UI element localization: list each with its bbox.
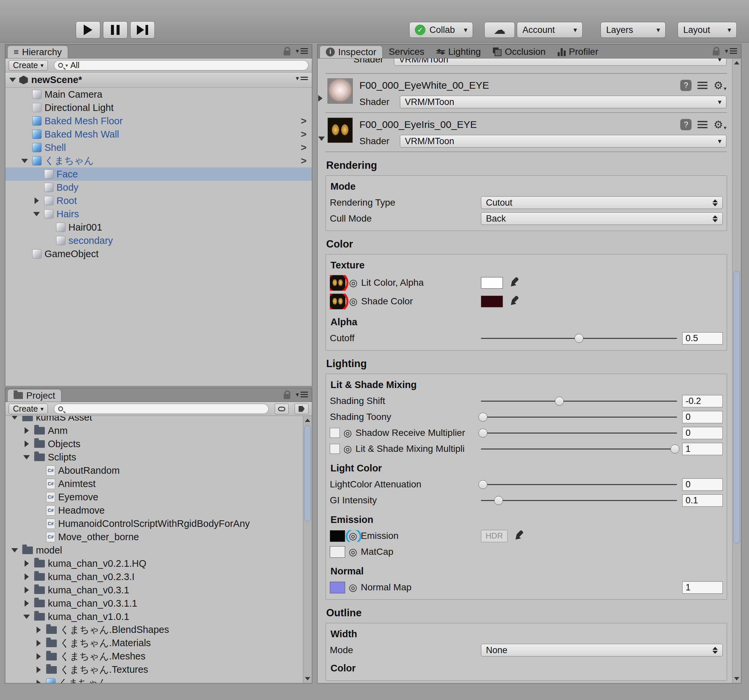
project-item-textures[interactable]: くまちゃん.Textures <box>5 663 312 676</box>
gear-icon[interactable]: ⚙▾ <box>714 79 726 92</box>
normal-map-swatch[interactable] <box>330 582 345 593</box>
help-icon[interactable]: ? <box>680 80 691 91</box>
collapse-arrow[interactable] <box>37 680 41 683</box>
outline-mode-dropdown[interactable]: None <box>481 644 723 656</box>
hierarchy-item-shell[interactable]: Shell > <box>5 141 312 154</box>
lock-icon[interactable] <box>713 50 720 55</box>
target-icon[interactable]: ◎ <box>349 278 358 288</box>
hierarchy-item-kumachan[interactable]: くまちゃん > <box>5 154 312 167</box>
eyedropper-icon[interactable] <box>513 530 525 542</box>
matcap-swatch[interactable] <box>330 546 345 558</box>
hierarchy-create-button[interactable]: Create ▾ <box>9 60 48 71</box>
lightcolor-attenuation-value-field[interactable]: 0 <box>682 478 723 491</box>
shadow-receive-slider[interactable] <box>481 427 677 439</box>
collapse-arrow[interactable] <box>24 560 29 567</box>
hierarchy-item-hairs[interactable]: Hairs <box>5 207 312 221</box>
target-icon[interactable]: ◎ <box>344 428 352 438</box>
project-item-blendshapes[interactable]: くまちゃん.BlendShapes <box>5 623 312 637</box>
target-icon[interactable]: ◎ <box>349 547 357 557</box>
prefab-open-arrow[interactable]: > <box>301 115 307 127</box>
normal-map-value-field[interactable]: 1 <box>682 581 723 594</box>
shading-shift-value-field[interactable]: -0.2 <box>682 395 723 407</box>
target-icon[interactable]: ◎ <box>349 583 357 592</box>
material-preview-eyeiris[interactable] <box>327 118 353 143</box>
slider-knob[interactable] <box>494 496 503 505</box>
collab-button[interactable]: ✓ Collab ▾ <box>409 22 473 38</box>
project-item-objects[interactable]: Objects <box>5 437 312 451</box>
scroll-up-arrow[interactable] <box>303 416 312 425</box>
shade-color-swatch[interactable] <box>481 296 503 307</box>
cloud-button[interactable]: ☁ <box>484 22 515 38</box>
slider-knob[interactable] <box>575 334 584 343</box>
hierarchy-item-baked-mesh-wall[interactable]: Baked Mesh Wall > <box>5 128 312 141</box>
project-item-meshes[interactable]: くまちゃん.Meshes <box>5 650 312 663</box>
hierarchy-item-root[interactable]: Root <box>5 194 312 207</box>
scene-menu-icon[interactable]: ▾ <box>296 75 308 82</box>
hierarchy-item-hair001[interactable]: Hair001 <box>5 221 312 234</box>
gi-intensity-value-field[interactable]: 0.1 <box>682 494 723 507</box>
project-create-button[interactable]: Create ▾ <box>9 403 48 414</box>
lightcolor-attenuation-slider[interactable] <box>481 478 677 491</box>
project-scrollbar-thumb[interactable] <box>304 425 311 521</box>
collapse-arrow[interactable] <box>24 587 29 593</box>
tab-profiler[interactable]: Profiler <box>552 46 605 58</box>
collapse-arrow[interactable] <box>24 440 29 447</box>
prefab-open-arrow[interactable]: > <box>301 128 307 140</box>
lit-color-texture-thumb[interactable] <box>330 275 345 291</box>
emission-color-swatch[interactable] <box>330 530 345 542</box>
scroll-up-arrow[interactable] <box>732 58 741 67</box>
project-item-kuma-chan-v031[interactable]: kuma_chan_v0.3.1 <box>5 583 312 597</box>
slider-knob[interactable] <box>671 445 680 454</box>
lock-icon[interactable] <box>284 50 290 55</box>
project-item-eyemove[interactable]: C# Eyemove <box>5 491 312 504</box>
prefab-open-arrow[interactable]: > <box>301 142 307 153</box>
tab-project[interactable]: Project <box>7 389 61 402</box>
slider-knob[interactable] <box>478 429 487 437</box>
step-button[interactable] <box>130 21 155 38</box>
target-icon[interactable]: ◎ <box>344 444 352 454</box>
hierarchy-search[interactable]: ▾ <box>54 60 309 70</box>
shader-dropdown[interactable]: VRM/MToon ▾ <box>400 96 726 108</box>
slider-knob[interactable] <box>555 397 564 406</box>
collapse-arrow[interactable] <box>37 666 41 673</box>
project-item-kumachan-partial[interactable]: くまちゃん <box>5 676 312 683</box>
play-button[interactable] <box>76 21 100 38</box>
expand-arrow[interactable] <box>23 455 30 460</box>
inspector-scrollbar[interactable] <box>732 58 741 683</box>
material-preview-sphere[interactable] <box>327 78 353 104</box>
project-item-headmove[interactable]: C# Headmove <box>5 504 312 517</box>
lit-shade-mixing-checkbox[interactable] <box>330 444 340 454</box>
shadow-receive-checkbox[interactable] <box>330 428 340 438</box>
collapse-arrow[interactable] <box>37 627 41 633</box>
shading-toony-value-field[interactable]: 0 <box>682 411 723 423</box>
panel-menu-icon[interactable]: ▾ <box>296 391 308 398</box>
project-item-materials[interactable]: くまちゃん.Materials <box>5 637 312 650</box>
hierarchy-item-face[interactable]: Face <box>5 167 312 181</box>
scroll-down-arrow[interactable] <box>303 674 312 683</box>
panel-menu-icon[interactable]: ▾ <box>725 47 737 55</box>
hierarchy-item-secondary[interactable]: secondary <box>5 234 312 247</box>
hierarchy-item-directional-light[interactable]: Directional Light <box>5 101 312 114</box>
inspector-scrollbar-thumb[interactable] <box>734 271 740 544</box>
expand-arrow[interactable] <box>33 212 40 216</box>
layout-button[interactable]: Layout ▾ <box>677 22 737 38</box>
panel-menu-icon[interactable]: ▾ <box>296 47 308 55</box>
gear-icon[interactable]: ⚙▾ <box>714 118 726 131</box>
cull-mode-dropdown[interactable]: Back <box>481 212 723 225</box>
cutoff-slider[interactable] <box>481 332 677 344</box>
shading-toony-slider[interactable] <box>481 411 677 423</box>
pause-button[interactable] <box>103 21 128 38</box>
slider-knob[interactable] <box>478 480 487 489</box>
project-item-humanoidcontrolscript[interactable]: C# HumanoidControlScriptWithRgidBodyForA… <box>5 517 312 530</box>
tab-services[interactable]: Services <box>383 46 430 58</box>
rendering-type-dropdown[interactable]: Cutout <box>481 196 723 209</box>
foldout-arrow[interactable] <box>318 136 325 141</box>
account-button[interactable]: Account ▾ <box>517 22 582 38</box>
tab-hierarchy[interactable]: ≡ Hierarchy <box>7 46 68 58</box>
project-item-kuma-chan-v101[interactable]: kuma_chan_v1.0.1 <box>5 610 312 623</box>
lock-icon[interactable] <box>284 394 290 399</box>
favorites-icon-button[interactable] <box>275 403 289 414</box>
preset-icon[interactable] <box>697 82 708 89</box>
label-icon-button[interactable] <box>295 403 309 414</box>
foldout-arrow[interactable] <box>318 95 323 102</box>
